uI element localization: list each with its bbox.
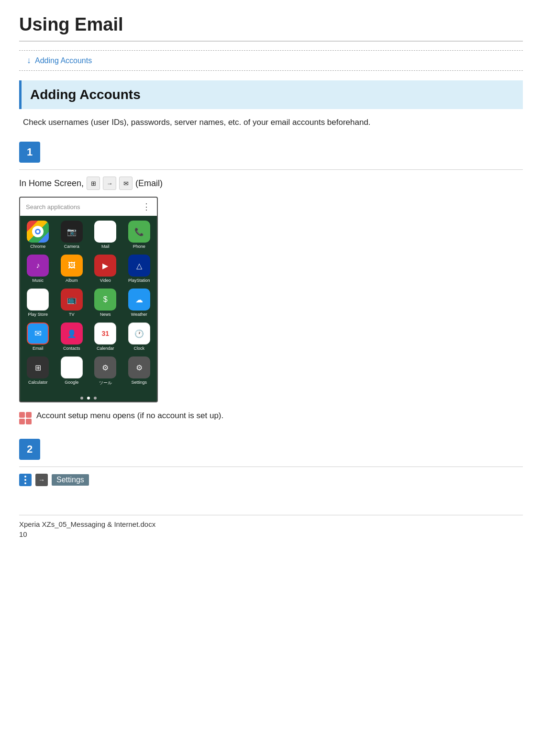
app-item-playstation[interactable]: △PlayStation <box>122 252 156 286</box>
app-label-music: Music <box>32 278 44 283</box>
app-label-email: Email <box>33 346 44 351</box>
app-icon-email: ✉ <box>27 322 49 345</box>
footer-page-number: 10 <box>19 530 523 538</box>
app-label-play-store: Play Store <box>28 312 48 317</box>
app-icon-music: ♪ <box>27 255 49 277</box>
footer: Xperia XZs_05_Messaging & Internet.docx … <box>19 515 523 538</box>
section-heading-block: Adding Accounts <box>19 80 523 109</box>
step-2-instruction: → Settings <box>19 474 523 486</box>
app-item-weather[interactable]: ☁Weather <box>122 286 156 320</box>
app-label-weather: Weather <box>131 312 147 317</box>
app-item-email[interactable]: ✉Email <box>21 320 55 354</box>
app-label-video: Video <box>100 278 111 283</box>
app-label-album: Album <box>66 278 78 283</box>
app-label-contacts: Contacts <box>63 346 80 351</box>
app-label-phone: Phone <box>133 244 145 249</box>
app-item-contacts[interactable]: 👤Contacts <box>55 320 89 354</box>
app-icon-news: $ <box>94 289 116 311</box>
app-icon-tv: 📺 <box>61 289 83 311</box>
note-icon-cell-2 <box>26 412 32 418</box>
section-heading-text: Adding Accounts <box>30 87 514 102</box>
app-icon-calendar: 31 <box>94 322 116 345</box>
app-item-clock[interactable]: 🕐Clock <box>122 320 156 354</box>
note-icon-cell-3 <box>19 419 25 424</box>
footer-filename: Xperia XZs_05_Messaging & Internet.docx <box>19 520 523 528</box>
dot-2 <box>87 397 90 400</box>
app-label-news: News <box>100 312 111 317</box>
app-icon-camera: 📷 <box>61 221 83 243</box>
apps-grid: Chrome📷Camera✉Mail📞Phone♪Music🖼Album▶Vid… <box>20 216 157 391</box>
note-icon-cell-4 <box>26 419 32 424</box>
breadcrumb-arrow-icon: ↓ <box>27 56 31 66</box>
app-icon-playstation: △ <box>128 255 150 277</box>
phone-page-dots <box>20 391 157 402</box>
breadcrumb: ↓ Adding Accounts <box>19 50 523 71</box>
app-item-calculator[interactable]: ⊞Calculator <box>21 354 55 389</box>
app-icon-calculator: ⊞ <box>27 356 49 378</box>
app-item-video[interactable]: ▶Video <box>88 252 122 286</box>
app-item-calendar[interactable]: 31Calendar <box>88 320 122 354</box>
email-icon: ✉ <box>119 177 133 190</box>
app-label-chrome: Chrome <box>30 244 45 249</box>
step-2-divider <box>19 467 523 467</box>
app-label-calculator: Calculator <box>28 380 48 385</box>
app-icon-settings: ⚙ <box>128 356 150 378</box>
note-grid-icon <box>19 412 32 424</box>
app-icon-clock: 🕐 <box>128 322 150 345</box>
app-icon-album: 🖼 <box>61 255 83 277</box>
app-item-camera[interactable]: 📷Camera <box>55 218 89 252</box>
app-icon-play-store: ▶ <box>27 289 49 311</box>
app-item-chrome[interactable]: Chrome <box>21 218 55 252</box>
app-icon-contacts: 👤 <box>61 322 83 345</box>
app-item-news[interactable]: $News <box>88 286 122 320</box>
menu-vertical-dots-icon <box>19 474 32 486</box>
app-item-music[interactable]: ♪Music <box>21 252 55 286</box>
app-label-google: Google <box>65 380 78 385</box>
page-title: Using Email <box>19 14 523 42</box>
menu-dot-3 <box>24 482 26 484</box>
step-1-instruction-prefix: In Home Screen, <box>19 178 84 189</box>
dot-1 <box>80 397 83 400</box>
section-description: Check usernames (user IDs), passwords, s… <box>19 118 523 127</box>
app-label-ツール: ツール <box>99 380 112 386</box>
step-1-instruction: In Home Screen, ⊞ → ✉ (Email) <box>19 177 523 190</box>
app-icon-phone: 📞 <box>128 221 150 243</box>
phone-screenshot: Search applications ⋮ Chrome📷Camera✉Mail… <box>19 197 158 402</box>
app-label-mail: Mail <box>101 244 110 249</box>
app-item-play-store[interactable]: ▶Play Store <box>21 286 55 320</box>
step-1-note: Account setup menu opens (if no account … <box>19 411 523 424</box>
app-item-google[interactable]: GGoogle <box>55 354 89 389</box>
app-item-settings[interactable]: ⚙Settings <box>122 354 156 389</box>
app-label-playstation: PlayStation <box>128 278 150 283</box>
app-icon-google: G <box>61 356 83 378</box>
settings-label: Settings <box>52 474 89 486</box>
app-item-mail[interactable]: ✉Mail <box>88 218 122 252</box>
app-item-album[interactable]: 🖼Album <box>55 252 89 286</box>
app-label-camera: Camera <box>64 244 79 249</box>
menu-dot-1 <box>24 476 26 478</box>
step-2-badge: 2 <box>19 439 40 460</box>
app-item-phone[interactable]: 📞Phone <box>122 218 156 252</box>
apps-icon: ⊞ <box>87 177 100 190</box>
app-icon-mail: ✉ <box>94 221 116 243</box>
svg-point-2 <box>36 230 39 233</box>
dot-3 <box>94 397 97 400</box>
app-icon-video: ▶ <box>94 255 116 277</box>
app-icon-chrome <box>27 221 49 243</box>
app-icon-ツール: ⚙ <box>94 356 116 378</box>
app-label-clock: Clock <box>133 346 144 351</box>
breadcrumb-link[interactable]: Adding Accounts <box>35 56 92 65</box>
app-icon-weather: ☁ <box>128 289 150 311</box>
note-icon-cell-1 <box>19 412 25 418</box>
step-1-divider <box>19 169 523 170</box>
app-item-tv[interactable]: 📺TV <box>55 286 89 320</box>
step-1-instruction-suffix: (Email) <box>135 178 163 189</box>
menu-dot-2 <box>24 479 26 481</box>
phone-search-bar: Search applications ⋮ <box>20 198 157 216</box>
app-label-settings: Settings <box>131 380 147 385</box>
app-item-ツール[interactable]: ⚙ツール <box>88 354 122 389</box>
app-label-calendar: Calendar <box>97 346 114 351</box>
step-1-badge: 1 <box>19 142 40 163</box>
arrow-forward-icon: → <box>103 177 116 190</box>
search-applications-text: Search applications <box>26 203 80 211</box>
